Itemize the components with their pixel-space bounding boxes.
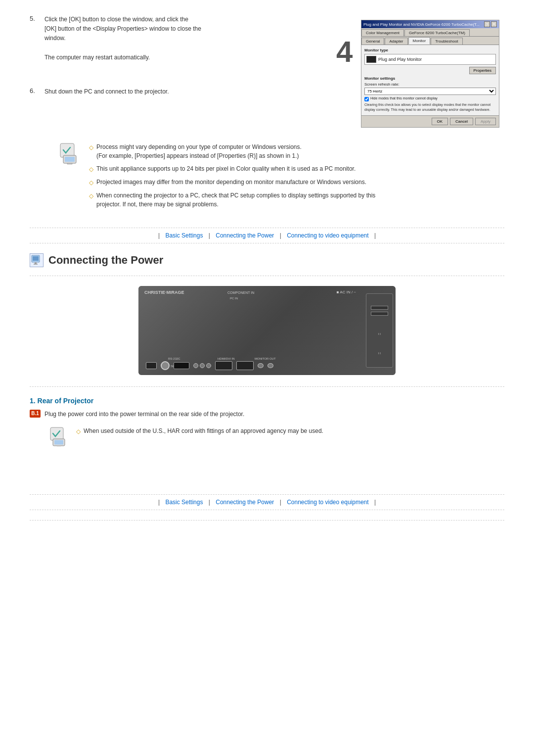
hr-1 bbox=[30, 276, 504, 276]
step4-section: 5. Click the [OK] button to close the wi… bbox=[30, 15, 504, 128]
note-item-1: ◇ Process might vary depending on your t… bbox=[89, 142, 504, 160]
step6-number: 6. bbox=[30, 87, 40, 94]
nav-bot-sep-1: | bbox=[158, 499, 160, 506]
diamond-icon-3: ◇ bbox=[89, 178, 93, 187]
step-b1-row: B.1 Plug the power cord into the power t… bbox=[30, 410, 504, 419]
right-panel-label2: I I bbox=[378, 352, 381, 355]
har-note-icon bbox=[49, 426, 70, 447]
right-panel-label: I I bbox=[378, 332, 381, 335]
ok-button[interactable]: OK bbox=[432, 118, 448, 125]
monitor-name: Plug and Play Monitor bbox=[378, 57, 422, 62]
har-notes-list: ◇ When used outside of the U.S., HAR cor… bbox=[76, 426, 504, 440]
monitor-type-label: Monitor type bbox=[364, 48, 496, 52]
nav-bar-bottom: | Basic Settings | Connecting the Power … bbox=[30, 494, 504, 510]
svg-rect-3 bbox=[67, 163, 72, 164]
har-note-section: ◇ When used outside of the U.S., HAR cor… bbox=[49, 426, 504, 447]
dialog-close-btn[interactable]: ✕ bbox=[491, 21, 497, 27]
dialog-title: Plug and Play Monitor and NVIDIA GeForce… bbox=[363, 22, 480, 27]
refresh-rate-dropdown[interactable]: 75 Hertz bbox=[364, 88, 496, 95]
dialog-tabs: Color Management GeForce 6200 TurboCache… bbox=[361, 28, 499, 37]
note-item-3: ◇ Projected images may differ from the m… bbox=[89, 178, 504, 187]
hide-modes-checkbox[interactable] bbox=[364, 97, 369, 101]
nav-bot-sep-4: | bbox=[374, 499, 376, 506]
projector-model-label: ■ AC IN / ~ bbox=[337, 290, 356, 294]
nav-sep-1: | bbox=[158, 232, 160, 239]
diamond-icon-1: ◇ bbox=[89, 143, 93, 160]
note-text-4: When connecting the projector to a PC, c… bbox=[96, 191, 375, 209]
component-in-label: COMPONENT IN bbox=[227, 291, 254, 294]
step-b1-text: Plug the power cord into the power termi… bbox=[44, 410, 244, 419]
monitor-icon bbox=[366, 56, 376, 63]
dialog-titlebar-buttons: ? ✕ bbox=[484, 21, 497, 27]
monitor-settings-label: Monitor settings bbox=[364, 76, 496, 81]
connecting-power-header: Connecting the Power bbox=[30, 253, 504, 268]
note-text-1: Process might vary depending on your typ… bbox=[96, 142, 302, 160]
note-svg-icon bbox=[59, 142, 82, 165]
monitor-item: Plug and Play Monitor bbox=[364, 54, 496, 65]
step5-item: 5. Click the [OK] button to close the wi… bbox=[30, 15, 341, 62]
cancel-button[interactable]: Cancel bbox=[450, 118, 473, 125]
har-note-item: ◇ When used outside of the U.S., HAR cor… bbox=[76, 426, 504, 436]
projector-mock: CHRISTIE·MIRAGE ■ AC IN / ~ COMPONENT IN… bbox=[138, 286, 396, 375]
dialog-mock: Plug and Play Monitor and NVIDIA GeForce… bbox=[361, 20, 499, 128]
tab-adapter[interactable]: Adapter bbox=[385, 38, 407, 45]
notes-section: ◇ Process might vary depending on your t… bbox=[59, 142, 504, 213]
tab-color-management[interactable]: Color Management bbox=[361, 29, 404, 36]
dialog-tabs-row2: General Adapter Monitor Troubleshoot bbox=[361, 37, 499, 45]
tab-monitor[interactable]: Monitor bbox=[408, 37, 431, 45]
properties-button[interactable]: Properties bbox=[469, 67, 496, 74]
nav-sep-3: | bbox=[280, 232, 281, 239]
dialog-footer: OK Cancel Apply bbox=[361, 115, 499, 127]
pc-in-label: PC IN bbox=[230, 297, 238, 300]
step6-item: 6. Shut down the PC and connect to the p… bbox=[30, 87, 341, 96]
nav-bot-sep-2: | bbox=[209, 499, 210, 506]
tab-general[interactable]: General bbox=[361, 38, 384, 45]
hide-modes-row: Hide modes that this monitor cannot disp… bbox=[364, 96, 496, 101]
svg-rect-11 bbox=[57, 446, 61, 447]
nav-connecting-power-top[interactable]: Connecting the Power bbox=[216, 232, 274, 239]
har-diamond-icon: ◇ bbox=[76, 427, 81, 436]
note-item-4: ◇ When connecting the projector to a PC,… bbox=[89, 191, 504, 209]
nav-basic-settings-top[interactable]: Basic Settings bbox=[165, 232, 203, 239]
step5-text: Click the [OK] button to close the windo… bbox=[44, 15, 201, 62]
nav-basic-settings-bottom[interactable]: Basic Settings bbox=[165, 499, 203, 506]
dialog-body: Monitor type Plug and Play Monitor Prope… bbox=[361, 45, 499, 115]
power-port-mid bbox=[371, 312, 388, 316]
nav-sep-2: | bbox=[209, 232, 210, 239]
note-text-2: This unit appliance supports up to 24 bi… bbox=[96, 164, 356, 174]
svg-rect-10 bbox=[54, 440, 63, 444]
tab-geforce[interactable]: GeForce 6200 TurboCache(TM) bbox=[404, 29, 470, 36]
nav-connecting-video-top[interactable]: Connecting to video equipment bbox=[287, 232, 368, 239]
diamond-icon-4: ◇ bbox=[89, 191, 93, 209]
hide-modes-note: Clearing this check box allows you to se… bbox=[364, 102, 496, 112]
nav-bot-sep-3: | bbox=[280, 499, 281, 506]
svg-rect-5 bbox=[33, 256, 39, 261]
section-header-icon bbox=[30, 253, 44, 267]
hide-modes-label: Hide modes that this monitor cannot disp… bbox=[370, 96, 438, 100]
svg-rect-7 bbox=[34, 264, 38, 265]
step5-number: 5. bbox=[30, 15, 40, 22]
refresh-rate-label: Screen refresh rate: bbox=[364, 82, 496, 87]
tab-troubleshoot[interactable]: Troubleshoot bbox=[431, 38, 462, 45]
nav-connecting-video-bottom[interactable]: Connecting to video equipment bbox=[287, 499, 368, 506]
power-port-top bbox=[371, 306, 388, 310]
note-icon bbox=[59, 142, 82, 165]
dialog-help-btn[interactable]: ? bbox=[484, 21, 490, 27]
steps-content: 5. Click the [OK] button to close the wi… bbox=[30, 15, 341, 106]
nav-bar-top: | Basic Settings | Connecting the Power … bbox=[30, 228, 504, 243]
monitor-out-label: MONITOR OUT bbox=[255, 357, 276, 360]
diamond-icon-2: ◇ bbox=[89, 165, 93, 174]
subsection-title: 1. Rear of Projector bbox=[30, 397, 504, 405]
apply-button[interactable]: Apply bbox=[475, 118, 496, 125]
note2-svg-icon bbox=[49, 426, 70, 447]
note-text-3: Projected images may differ from the mon… bbox=[96, 178, 366, 187]
projector-right-panel: I I I I bbox=[366, 293, 393, 368]
power-page-icon bbox=[31, 254, 43, 266]
hdmi-label: HDMI/DVI IN bbox=[218, 357, 235, 360]
note-item-2: ◇ This unit appliance supports up to 24 … bbox=[89, 164, 504, 174]
dialog-titlebar: Plug and Play Monitor and NVIDIA GeForce… bbox=[361, 20, 499, 28]
projector-brand-label: CHRISTIE·MIRAGE bbox=[144, 290, 184, 295]
monitor-settings-section: Monitor settings Screen refresh rate: 75… bbox=[364, 76, 496, 112]
hr-bottom bbox=[30, 520, 504, 520]
nav-connecting-power-bottom[interactable]: Connecting the Power bbox=[216, 499, 274, 506]
